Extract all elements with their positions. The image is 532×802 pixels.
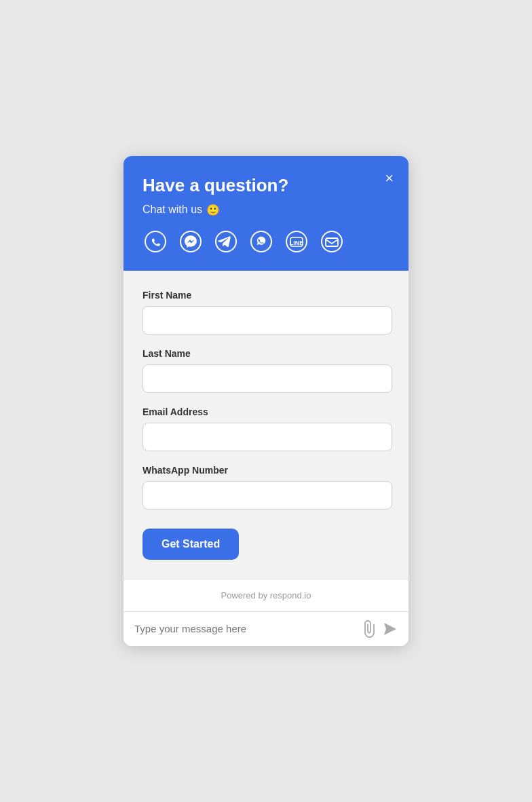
- first-name-label: First Name: [142, 290, 392, 301]
- attachment-icon[interactable]: [361, 620, 376, 638]
- powered-by: Powered by respond.io: [124, 579, 408, 611]
- chat-widget: Have a question? Chat with us 🙂 ×: [124, 156, 408, 645]
- svg-rect-8: [326, 238, 338, 246]
- message-input[interactable]: [134, 623, 354, 634]
- chat-form-area: First Name Last Name Email Address Whats…: [124, 271, 408, 579]
- last-name-group: Last Name: [142, 348, 392, 393]
- email-group: Email Address: [142, 406, 392, 451]
- viber-icon[interactable]: [248, 229, 274, 254]
- header-subtitle: Chat with us 🙂: [142, 204, 392, 216]
- line-icon[interactable]: LINE: [284, 229, 309, 254]
- chat-header: Have a question? Chat with us 🙂 ×: [124, 156, 408, 270]
- svg-point-7: [322, 231, 342, 252]
- whatsapp-group: WhatsApp Number: [142, 465, 392, 510]
- email-input[interactable]: [142, 423, 392, 451]
- email-icon[interactable]: [319, 229, 345, 254]
- first-name-group: First Name: [142, 290, 392, 335]
- email-label: Email Address: [142, 406, 392, 417]
- whatsapp-input[interactable]: [142, 481, 392, 510]
- close-button[interactable]: ×: [385, 171, 394, 186]
- subtitle-emoji: 🙂: [206, 204, 220, 216]
- svg-text:LINE: LINE: [290, 240, 304, 246]
- chat-channel-icons: LINE: [142, 229, 392, 254]
- telegram-icon[interactable]: [213, 229, 239, 254]
- message-input-row: [124, 611, 408, 646]
- subtitle-text: Chat with us: [142, 204, 202, 216]
- last-name-label: Last Name: [142, 348, 392, 359]
- first-name-input[interactable]: [142, 306, 392, 335]
- whatsapp-label: WhatsApp Number: [142, 465, 392, 476]
- get-started-button[interactable]: Get Started: [142, 529, 239, 560]
- svg-point-0: [145, 231, 166, 252]
- messenger-icon[interactable]: [178, 229, 204, 254]
- whatsapp-icon[interactable]: [142, 229, 168, 254]
- svg-point-1: [180, 231, 201, 252]
- send-button[interactable]: [383, 622, 398, 636]
- last-name-input[interactable]: [142, 364, 392, 393]
- header-title: Have a question?: [142, 175, 392, 196]
